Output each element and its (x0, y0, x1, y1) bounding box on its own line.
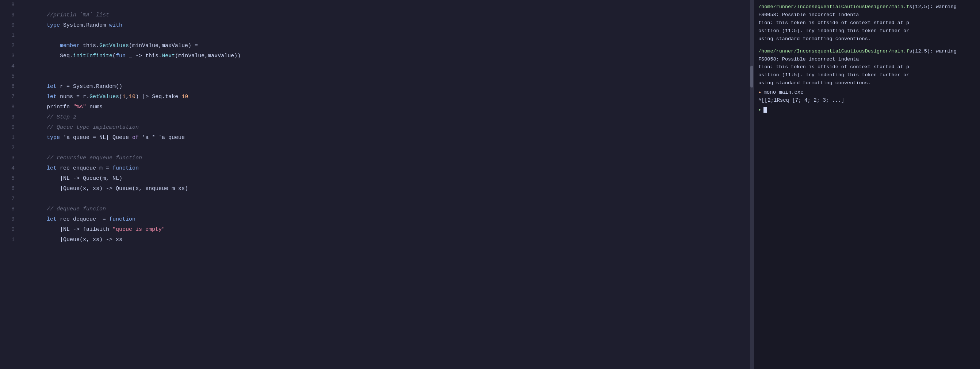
code-kw-of: of (132, 135, 139, 141)
code-kw-function1: function (113, 165, 139, 171)
scrollbar[interactable] (750, 0, 754, 369)
code-line-1: member this.GetValues(minValue,maxValue)… (19, 31, 754, 41)
scrollbar-thumb[interactable] (750, 66, 753, 87)
output-warning1-line2: osition (11:5). Try indenting this token… (758, 28, 909, 33)
output-cmd-line: ▸ mono main.exe (758, 89, 975, 97)
output-divider (758, 43, 975, 48)
code-kw-let2: let (47, 94, 57, 100)
line-num-3b: 3 (3, 153, 14, 163)
line-num-0b: 0 (3, 122, 14, 133)
code-plain-12: 'a queue = NL| Queue (60, 135, 132, 141)
code-line-1c (19, 235, 754, 245)
line-num-9c: 9 (3, 214, 14, 225)
code-kw-let3: let (47, 165, 57, 171)
code-plain-2: this. (80, 43, 99, 49)
output-warning1-line3: using standard formatting conventions. (758, 36, 871, 41)
output-warning2-path: /home/runner/InconsequentialCautiousDesi… (758, 49, 909, 54)
code-plain-10: , (126, 94, 129, 100)
code-plain-indent2: Seq. (47, 53, 73, 59)
line-num-0c: 0 (3, 225, 14, 235)
line-num-1c: 1 (3, 235, 14, 245)
code-method-getvalues: GetValues (99, 43, 129, 49)
line-num-6b: 6 (3, 184, 14, 194)
code-line-9b: // Queue type implementation (19, 112, 754, 122)
line-num-8b: 8 (3, 102, 14, 112)
code-line-5: let r = System.Random() (19, 71, 754, 82)
code-plain-3: (minValue,maxValue) = (129, 43, 198, 49)
line-num-1: 1 (3, 31, 14, 41)
code-comment-2: // Step-2 (47, 114, 76, 120)
code-plain-5: _ -> this. (126, 53, 162, 59)
line-num-2: 2 (3, 41, 14, 51)
code-plain-11: ) |> Seq.take (135, 94, 181, 100)
line-num-0a: 0 (3, 21, 14, 31)
line-num-4a: 4 (3, 61, 14, 71)
code-comment-5: // dequeue funcion (47, 206, 106, 212)
code-plain-16: |Queue(x, xs) -> Queue(x, enqueue m xs) (47, 185, 188, 192)
code-kw-member: member (60, 43, 80, 49)
code-method-initinfinite: initInfinite (73, 53, 113, 59)
output-warning1-line1: tion: this token is offside of context s… (758, 20, 909, 25)
line-num-4b: 4 (3, 163, 14, 174)
code-plain-17: rec dequeue = (57, 216, 109, 222)
code-plain-13: 'a * 'a queue (139, 135, 185, 141)
line-num-7b: 7 (3, 194, 14, 204)
code-method-next: Next (162, 53, 175, 59)
code-kw-let4: let (47, 216, 57, 222)
code-num-10: 10 (129, 94, 135, 100)
code-content[interactable]: //println `%A` list type System.Random w… (19, 0, 754, 369)
code-line-8b: // Step-2 (19, 102, 754, 112)
prompt-orange-icon: ▸ (758, 89, 761, 97)
code-kw-type2: type (47, 135, 60, 141)
line-num-5b: 5 (3, 174, 14, 184)
output-warning2-line3: using standard formatting conventions. (758, 80, 871, 86)
output-cmd-text: mono main.exe (764, 89, 803, 97)
code-line-9: type System.Random with (19, 10, 754, 21)
line-num-5: 5 (3, 71, 14, 82)
line-num-7: 7 (3, 92, 14, 102)
code-plain-18: |NL -> failwith (47, 226, 113, 233)
code-plain-4: ( (113, 53, 116, 59)
code-method-getvalues2: GetValues (89, 94, 119, 100)
code-str-queue: "queue is empty" (113, 226, 165, 233)
line-num-8: 8 (3, 0, 14, 10)
code-plain-15: |NL -> Queue(m, NL) (47, 176, 123, 182)
code-kw-let1: let (47, 84, 57, 90)
line-num-6: 6 (3, 82, 14, 92)
editor-panel: 8 9 0 1 2 3 4 5 6 7 8 9 0 1 2 3 4 5 6 7 … (0, 0, 754, 369)
code-line-0a (19, 21, 754, 31)
code-line-7b: // dequeue funcion (19, 194, 754, 204)
code-num-10b: 10 (181, 94, 188, 100)
code-plain-printfn: printfn (47, 104, 73, 110)
line-num-8c: 8 (3, 204, 14, 214)
output-panel: /home/runner/InconsequentialCautiousDesi… (754, 0, 980, 369)
code-comment-1: //println `%A` list (47, 12, 109, 18)
code-plain-7: r = System.Random() (57, 84, 123, 90)
output-result-line: ^[[2;1Rseq [7; 4; 2; 3; ...] (758, 97, 975, 105)
code-plain-19: |Queue(x, xs) -> xs (47, 237, 123, 243)
code-num-1: 1 (123, 94, 126, 100)
output-prompt-line: ▸ (758, 106, 975, 114)
prompt-green-icon: ▸ (758, 106, 761, 114)
code-line-6: let nums = r.GetValues(1,10) |> Seq.take… (19, 82, 754, 92)
code-plain-indent1 (47, 43, 60, 49)
line-num-2b: 2 (3, 143, 14, 153)
code-plain-6: (minValue,maxValue)) (175, 53, 240, 59)
line-num-9b: 9 (3, 112, 14, 122)
code-area: 8 9 0 1 2 3 4 5 6 7 8 9 0 1 2 3 4 5 6 7 … (0, 0, 754, 369)
code-kw-fun: fun (116, 53, 126, 59)
code-kw-function2: function (109, 216, 135, 222)
line-numbers: 8 9 0 1 2 3 4 5 6 7 8 9 0 1 2 3 4 5 6 7 … (0, 0, 19, 369)
line-num-3a: 3 (3, 51, 14, 61)
code-kw-type: type (47, 22, 60, 29)
code-line-5b: |Queue(x, xs) -> Queue(x, enqueue m xs) (19, 174, 754, 184)
output-result-text: ^[[2;1Rseq [7; 4; 2; 3; ...] (758, 97, 844, 103)
code-plain-nums: nums (86, 104, 103, 110)
code-comment-3: // Queue type implementation (47, 124, 139, 130)
code-str-a: "%A" (73, 104, 86, 110)
output-warning1-path: /home/runner/InconsequentialCautiousDesi… (758, 4, 909, 10)
code-line-2b: // recursive enqueue function (19, 143, 754, 153)
line-num-9: 9 (3, 10, 14, 21)
output-warning2-line1: tion: this token is offside of context s… (758, 64, 909, 70)
code-plain-14: rec enqueue m = (57, 165, 113, 171)
